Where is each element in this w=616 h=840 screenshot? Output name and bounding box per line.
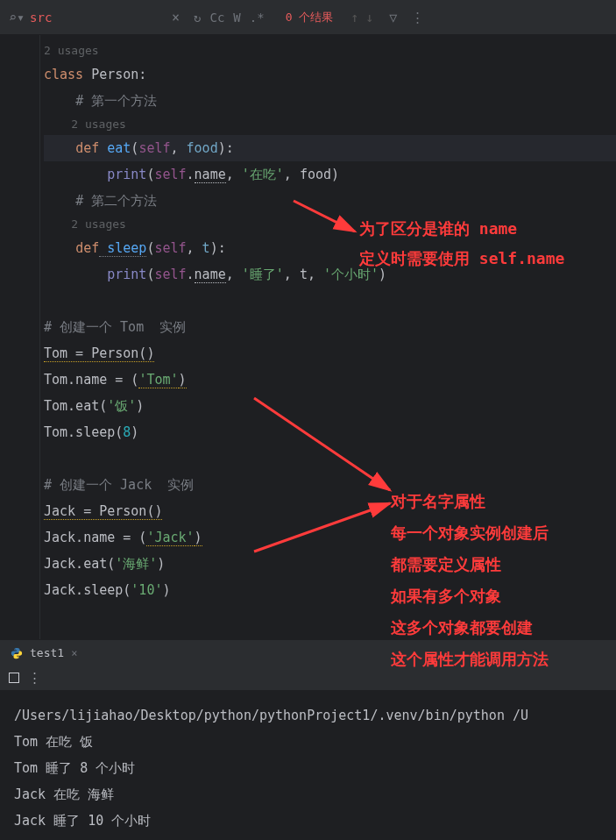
usage-hint[interactable]: 2 usages: [44, 114, 616, 135]
cycle-icon[interactable]: ↻: [194, 11, 201, 25]
code-line[interactable]: # 第一个方法: [44, 88, 616, 114]
code-line[interactable]: Tom.eat('饭'): [44, 393, 616, 419]
annotation-instance-attr: 对于名字属性 每一个对象实例创建后 都需要定义属性 如果有多个对象 这多个对象都…: [391, 486, 549, 675]
regex-toggle[interactable]: .*: [250, 11, 265, 25]
code-line[interactable]: Tom.sleep(8): [44, 419, 616, 445]
gutter: [0, 35, 40, 639]
match-case-toggle[interactable]: Cc: [209, 11, 224, 25]
code-line[interactable]: print(self.name, '在吃', food): [44, 161, 616, 188]
annotation-self-name: 为了区分是谁的 name 定义时需要使用 self.name: [359, 214, 564, 274]
output-line: Jack 在吃 海鲜: [14, 781, 602, 808]
output-line: Tom 睡了 8 个小时: [14, 755, 602, 781]
code-line[interactable]: def eat(self, food):: [44, 135, 616, 161]
find-replace-bar: ⌕▾ × ↻ Cc W .* 0 个结果 ↑ ↓ ▽ ⋮: [0, 0, 616, 35]
find-results-count: 0 个结果: [286, 10, 334, 25]
whole-word-toggle[interactable]: W: [233, 11, 240, 25]
find-options: ↻ Cc W .*: [194, 11, 265, 25]
code-line[interactable]: # 创建一个 Tom 实例: [44, 314, 616, 340]
find-nav: ↑ ↓: [350, 10, 373, 25]
kebab-menu-icon[interactable]: ⋮: [411, 10, 424, 25]
code-line[interactable]: Tom.name = ('Tom'): [44, 367, 616, 393]
code-line[interactable]: [44, 445, 616, 472]
code-line[interactable]: class Person:: [44, 61, 616, 88]
close-tab-icon[interactable]: ×: [71, 647, 77, 659]
python-file-icon: [11, 647, 23, 659]
clear-search-icon[interactable]: ×: [166, 10, 185, 25]
run-more-icon[interactable]: ⋮: [28, 670, 43, 686]
search-icon: ⌕▾: [9, 10, 25, 25]
run-tab-label[interactable]: test1: [30, 646, 64, 659]
filter-icon[interactable]: ▽: [389, 10, 397, 25]
code-line[interactable]: [44, 288, 616, 314]
code-line[interactable]: # 第二个方法: [44, 188, 616, 214]
find-input-wrap: ⌕▾: [9, 10, 158, 25]
stop-icon[interactable]: [9, 673, 19, 683]
output-line: /Users/lijiahao/Desktop/python/pythonPro…: [14, 702, 602, 729]
next-match-icon[interactable]: ↓: [365, 10, 373, 25]
code-line[interactable]: Tom = Person(): [44, 340, 616, 367]
output-line: Jack 睡了 10 个小时: [14, 808, 602, 834]
run-output[interactable]: /Users/lijiahao/Desktop/python/pythonPro…: [0, 690, 616, 834]
usage-hint[interactable]: 2 usages: [44, 40, 616, 61]
find-input[interactable]: [30, 11, 91, 25]
output-line: Tom 在吃 饭: [14, 729, 602, 755]
code-editor[interactable]: 2 usages class Person: # 第一个方法 2 usages …: [0, 35, 616, 639]
prev-match-icon[interactable]: ↑: [350, 10, 358, 25]
